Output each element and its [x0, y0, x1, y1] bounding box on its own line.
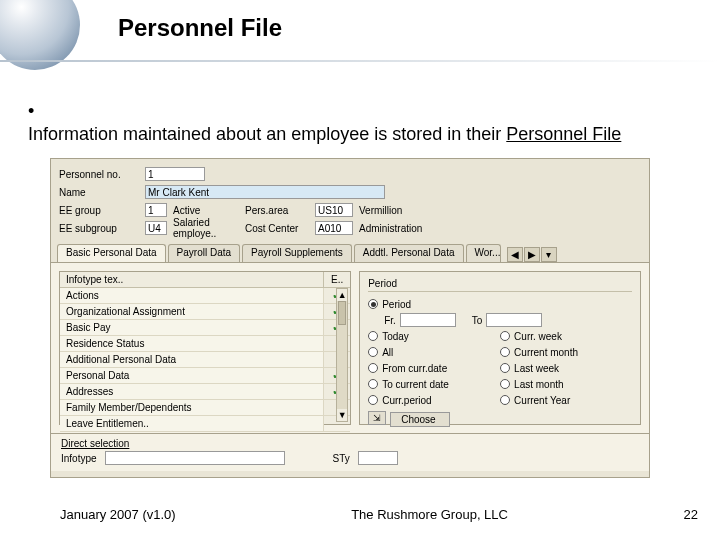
direct-selection-title: Direct selection	[61, 438, 639, 449]
tab-work[interactable]: Wor...	[466, 244, 501, 262]
scroll-thumb[interactable]	[338, 301, 346, 325]
radio-from-curr-date[interactable]	[368, 363, 378, 373]
label-cost-center: Cost Center	[245, 223, 315, 234]
list-item[interactable]: Additional Personal Data	[60, 352, 350, 368]
app-screenshot: Personnel no. 1 Name Mr Clark Kent EE gr…	[50, 158, 650, 478]
direct-selection-panel: Direct selection Infotype STy	[51, 433, 649, 471]
list-item[interactable]: Family Member/Dependents	[60, 400, 350, 416]
tab-nav: ◀ ▶ ▾	[507, 247, 557, 262]
list-item[interactable]: Basic Pay✓	[60, 320, 350, 336]
pers-area-text: Vermillion	[353, 205, 402, 216]
radio-curr-week[interactable]	[500, 331, 510, 341]
bullet-underlined: Personnel File	[506, 124, 621, 144]
list-item-label: Basic Pay	[60, 320, 324, 335]
list-item-label: Actions	[60, 288, 324, 303]
radio-all-label: All	[382, 347, 393, 358]
from-label: Fr.	[384, 315, 396, 326]
radio-last-month-label: Last month	[514, 379, 563, 390]
ee-group-text: Active	[167, 205, 245, 216]
period-title: Period	[368, 276, 632, 292]
pers-no-field[interactable]: 1	[145, 167, 205, 181]
list-scrollbar[interactable]: ▲ ▼	[336, 288, 348, 422]
label-pers-area: Pers.area	[245, 205, 315, 216]
radio-curr-period-label: Curr.period	[382, 395, 431, 406]
sty-field[interactable]	[358, 451, 398, 465]
tab-basic-personal-data[interactable]: Basic Personal Data	[57, 244, 166, 262]
infotype-label: Infotype	[61, 453, 97, 464]
infotype-list-header: Infotype tex.. E..	[60, 272, 350, 288]
radio-curr-week-label: Curr. week	[514, 331, 562, 342]
list-item-label: Additional Personal Data	[60, 352, 324, 367]
list-item[interactable]: Residence Status	[60, 336, 350, 352]
slide-footer: January 2007 (v1.0) The Rushmore Group, …	[60, 507, 698, 522]
pers-area-field[interactable]: US10	[315, 203, 353, 217]
scroll-up-icon[interactable]: ▲	[337, 289, 347, 301]
ee-subgroup-field[interactable]: U4	[145, 221, 167, 235]
radio-curr-period[interactable]	[368, 395, 378, 405]
list-item[interactable]: Leave Entitlemen..	[60, 416, 350, 432]
radio-current-year[interactable]	[500, 395, 510, 405]
tab-bar: Basic Personal Data Payroll Data Payroll…	[51, 241, 649, 263]
list-item[interactable]: Personal Data✓	[60, 368, 350, 384]
ee-group-field[interactable]: 1	[145, 203, 167, 217]
list-item-label: Residence Status	[60, 336, 324, 351]
radio-today[interactable]	[368, 331, 378, 341]
list-item-label: Addresses	[60, 384, 324, 399]
radio-all[interactable]	[368, 347, 378, 357]
label-ee-group: EE group	[59, 205, 145, 216]
bullet-text: Information maintained about an employee…	[28, 124, 506, 144]
cost-center-text: Administration	[353, 223, 422, 234]
period-panel: Period Period Fr. To Today All From curr…	[359, 271, 641, 425]
choose-icon[interactable]: ⇲	[368, 411, 386, 425]
tab-prev-icon[interactable]: ◀	[507, 247, 523, 262]
from-date-field[interactable]	[400, 313, 456, 327]
radio-last-week[interactable]	[500, 363, 510, 373]
footer-center: The Rushmore Group, LLC	[351, 507, 508, 522]
slide-title: Personnel File	[118, 14, 282, 42]
tab-list-icon[interactable]: ▾	[541, 247, 557, 262]
label-name: Name	[59, 187, 145, 198]
tab-payroll-data[interactable]: Payroll Data	[168, 244, 240, 262]
radio-today-label: Today	[382, 331, 409, 342]
infotype-field[interactable]	[105, 451, 285, 465]
radio-to-current-date[interactable]	[368, 379, 378, 389]
to-label: To	[472, 315, 483, 326]
radio-current-year-label: Current Year	[514, 395, 570, 406]
radio-period-label: Period	[382, 299, 411, 310]
tab-payroll-supplements[interactable]: Payroll Supplements	[242, 244, 352, 262]
list-item-label: Personal Data	[60, 368, 324, 383]
ee-subgroup-text: Salaried employe..	[167, 217, 245, 239]
list-item[interactable]: Organizational Assignment✓	[60, 304, 350, 320]
name-field[interactable]: Mr Clark Kent	[145, 185, 385, 199]
header-rule	[0, 60, 720, 62]
list-item-label: Family Member/Dependents	[60, 400, 324, 415]
tab-body: Infotype tex.. E.. Actions✓ Organization…	[51, 263, 649, 433]
scroll-down-icon[interactable]: ▼	[337, 409, 347, 421]
sty-label: STy	[333, 453, 350, 464]
col-exists: E..	[324, 272, 350, 287]
radio-to-current-date-label: To current date	[382, 379, 449, 390]
col-infotype-text: Infotype tex..	[60, 272, 324, 287]
radio-current-month[interactable]	[500, 347, 510, 357]
label-pers-no: Personnel no.	[59, 169, 145, 180]
list-item[interactable]: Actions✓	[60, 288, 350, 304]
tab-addtl-personal-data[interactable]: Addtl. Personal Data	[354, 244, 464, 262]
radio-last-week-label: Last week	[514, 363, 559, 374]
radio-last-month[interactable]	[500, 379, 510, 389]
infotype-list-panel: Infotype tex.. E.. Actions✓ Organization…	[59, 271, 351, 425]
bullet-point: • Information maintained about an employ…	[28, 100, 680, 147]
label-ee-subgroup: EE subgroup	[59, 223, 145, 234]
to-date-field[interactable]	[486, 313, 542, 327]
slide-number: 22	[684, 507, 698, 522]
list-item[interactable]: Addresses✓	[60, 384, 350, 400]
footer-left: January 2007 (v1.0)	[60, 507, 176, 522]
cost-center-field[interactable]: A010	[315, 221, 353, 235]
list-item-label: Leave Entitlemen..	[60, 416, 324, 431]
radio-period[interactable]	[368, 299, 378, 309]
choose-button[interactable]: Choose	[390, 412, 450, 427]
header-form: Personnel no. 1 Name Mr Clark Kent EE gr…	[51, 159, 649, 241]
radio-from-curr-date-label: From curr.date	[382, 363, 447, 374]
list-item-label: Organizational Assignment	[60, 304, 324, 319]
radio-current-month-label: Current month	[514, 347, 578, 358]
tab-next-icon[interactable]: ▶	[524, 247, 540, 262]
